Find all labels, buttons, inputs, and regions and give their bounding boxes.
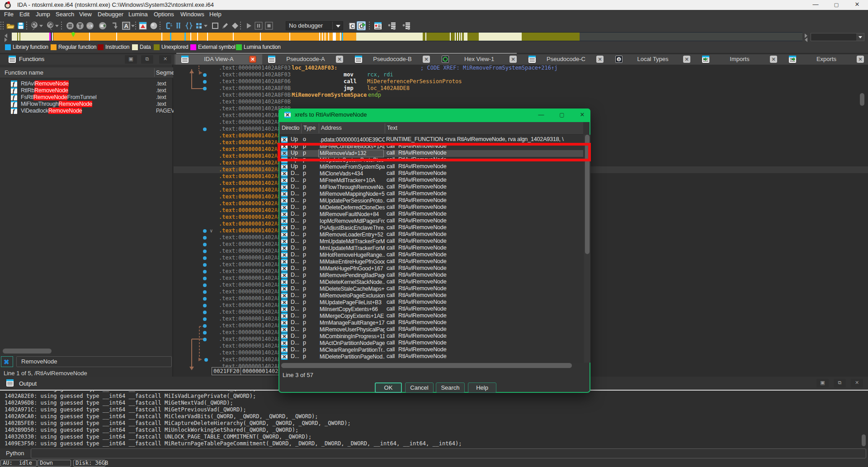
debug-pause-icon[interactable] <box>254 21 263 30</box>
close-icon[interactable]: ✕ <box>851 379 863 387</box>
xrefs-table-header[interactable]: Directio Type Address Text <box>279 122 583 135</box>
menu-item-edit[interactable]: Edit <box>19 11 29 18</box>
xref-row[interactable]: D...pMiCombiningInProgress+112callRtlAvl… <box>279 333 583 340</box>
function-filter-input[interactable]: RemoveNode <box>16 356 172 367</box>
restore-icon[interactable]: ▣ <box>125 55 137 64</box>
minimize-button[interactable]: — <box>805 0 826 10</box>
menu-item-options[interactable]: Options <box>154 11 174 18</box>
tab-close-icon[interactable]: ✕ <box>423 56 430 63</box>
nav-right-icon[interactable] <box>5 38 7 42</box>
disasm-row[interactable]: .text:00000001402A8F0BMiRemoveFromSystem… <box>174 92 868 99</box>
tab-close-icon[interactable]: ✕ <box>336 56 343 63</box>
xref-row[interactable]: UppMiRemoveFromSystemSpa...callRtlAvlRem… <box>279 164 583 170</box>
jump-address-icon[interactable] <box>66 21 75 30</box>
menu-item-jump[interactable]: Jump <box>36 11 50 18</box>
xref-row[interactable]: D...pMiRemoveIoPageExclusion...callRtlAv… <box>279 292 583 299</box>
xref-row[interactable]: D...pMmUpdateMdlTrackerForM...callRtlAvl… <box>279 245 583 252</box>
tab-pseudocode-a[interactable]: Pseudocode-A✕ <box>262 54 349 65</box>
tab-close-icon[interactable]: ✕ <box>249 56 256 63</box>
xref-row[interactable]: D...pMiMakeEntireHugePfnGood...callRtlAv… <box>279 259 583 265</box>
list-del-icon[interactable] <box>402 21 411 30</box>
chevron-down-icon[interactable] <box>131 25 135 27</box>
tab-close-icon[interactable]: ✕ <box>596 56 604 63</box>
function-row[interactable]: FsRtlRemoveNodeFromTunnel.text <box>0 94 173 101</box>
maximize-button[interactable]: ▢ <box>826 0 847 10</box>
tab-pseudocode-c[interactable]: Pseudocode-C✕ <box>523 54 609 65</box>
c-run-icon[interactable]: C <box>357 21 366 30</box>
functions-hscrollbar[interactable] <box>3 349 52 354</box>
tab-close-icon[interactable]: ✕ <box>509 56 517 63</box>
dock-splitter[interactable] <box>176 53 517 54</box>
bp-disable-icon[interactable] <box>175 21 184 30</box>
clear-filter-button[interactable]: ✖ <box>1 356 13 367</box>
xref-row[interactable]: D...pMiRemoveFaultNode+84callRtlAvlRemov… <box>279 211 583 218</box>
collapse-chevron-icon[interactable]: ∨ <box>210 228 213 234</box>
tab-imports[interactable]: Imports✕ <box>696 54 783 65</box>
disasm-row[interactable]: .text:00000001402A8F03movrcx, rdi <box>174 71 868 78</box>
python-input[interactable] <box>31 448 866 458</box>
functions-column-header[interactable]: Function name Segme <box>0 67 173 78</box>
quick-c-icon[interactable]: C <box>347 21 356 30</box>
navigate-back-icon[interactable] <box>30 21 39 30</box>
xrefs-vscrollbar[interactable] <box>584 135 590 363</box>
tab-close-icon[interactable]: ✕ <box>683 56 690 63</box>
function-row[interactable]: RtlRbRemoveNode.text <box>0 87 173 94</box>
jump-down-icon[interactable] <box>110 21 119 30</box>
dialog-maximize-button[interactable]: ▢ <box>555 110 569 119</box>
xref-row[interactable]: D...pMmManageFaultRange+17EcallRtlAvlRem… <box>279 320 583 326</box>
chevron-down-icon[interactable] <box>39 25 43 27</box>
xref-row[interactable]: D...pMiMergeCopyExtents+1AEcallRtlAvlRem… <box>279 313 583 320</box>
float-icon[interactable]: ⧉ <box>141 55 153 64</box>
xref-row[interactable]: D...pMiDeletePartitionPageNod...callRtlA… <box>279 354 583 360</box>
debugger-select[interactable]: No debugger <box>286 21 343 30</box>
dialog-minimize-button[interactable]: — <box>534 110 548 119</box>
disasm-row[interactable]: .text:00000001402A8F0Bjmploc_1402A8DE8 <box>174 85 868 92</box>
tab-exports[interactable]: Exports✕ <box>783 54 868 65</box>
menu-item-file[interactable]: File <box>4 11 14 18</box>
xref-row[interactable]: D...pMiRemoveMappingNode+52callRtlAvlRem… <box>279 191 583 198</box>
xref-row[interactable]: Upo.pdata:00000001400E39CCRUNTIME_FUNCTI… <box>279 137 583 143</box>
list-red-icon[interactable] <box>373 21 382 30</box>
bp-edit-icon[interactable] <box>184 21 193 30</box>
close-icon[interactable]: ✕ <box>159 55 171 64</box>
chevron-down-icon[interactable] <box>55 25 59 27</box>
disasm-row[interactable]: .text:00000001402A8F06callMiDereferenceP… <box>174 78 868 85</box>
jump-name-icon[interactable] <box>75 21 85 30</box>
disasm-vscrollbar[interactable] <box>860 93 864 106</box>
diamond-icon[interactable] <box>231 21 240 30</box>
names-icon[interactable]: A <box>122 21 131 30</box>
xref-row[interactable]: D...pMmUpdateMdlTrackerForM...callRtlAvl… <box>279 238 583 245</box>
menu-item-search[interactable]: Search <box>56 11 74 18</box>
menu-item-help[interactable]: Help <box>209 11 222 18</box>
output-vscrollbar[interactable] <box>862 434 866 446</box>
output-log[interactable]: 1402A8210: using guessed type __int64 __… <box>0 391 868 448</box>
save-icon[interactable] <box>16 21 25 30</box>
xref-row[interactable]: D...pMiRemoveUserPhysicalPag...callRtlAv… <box>279 326 583 333</box>
function-row[interactable]: MiFlowThroughRemoveNode.text <box>0 101 173 108</box>
disasm-row[interactable]: .text:00000001402A8F0B <box>174 99 868 105</box>
menu-item-windows[interactable]: Windows <box>180 11 204 18</box>
dialog-close-button[interactable]: ✕ <box>576 110 589 119</box>
xref-row[interactable]: D...pMiDeleteStaleCacheMaps+...callRtlAv… <box>279 286 583 292</box>
ok-button[interactable]: OK <box>375 382 402 393</box>
jump-xref-icon[interactable] <box>98 21 107 30</box>
tab-close-icon[interactable]: ✕ <box>857 56 864 63</box>
select-box-icon[interactable] <box>211 21 220 30</box>
bp-list-icon[interactable] <box>194 21 203 30</box>
edit-icon[interactable] <box>221 21 230 30</box>
xrefs-dialog-titlebar[interactable]: xrefs to RtlAvlRemoveNode — ▢ ✕ <box>278 108 590 122</box>
xref-row[interactable]: D...pMiFlowThroughRemoveNo...callRtlAvlR… <box>279 184 583 191</box>
xref-row[interactable]: D...pMiClearRangeInPartitionTr...callRtl… <box>279 347 583 354</box>
xref-row[interactable]: D...pIopMcRemoveMdlPagesFro...callRtlAvl… <box>279 218 583 225</box>
tab-local-types[interactable]: 0Local Types✕ <box>609 54 696 65</box>
navigator-scale-select[interactable] <box>811 33 864 41</box>
nav-collapse-icon[interactable] <box>805 38 807 42</box>
function-row[interactable]: ViDeadlockRemoveNodePAGEVR <box>0 108 173 114</box>
start-trace-icon[interactable] <box>138 21 147 30</box>
chevron-down-icon[interactable] <box>204 25 208 27</box>
xref-row[interactable]: D...pMiUpdatePerSessionProto...callRtlAv… <box>279 198 583 204</box>
xrefs-hscrollbar[interactable] <box>280 363 583 369</box>
xref-row[interactable]: D...pMiMarkHugePfnGood+167callRtlAvlRemo… <box>279 265 583 272</box>
restore-icon[interactable]: ▣ <box>816 379 829 387</box>
xref-row[interactable]: D...pMiCloneVads+434callRtlAvlRemoveNode <box>279 170 583 177</box>
